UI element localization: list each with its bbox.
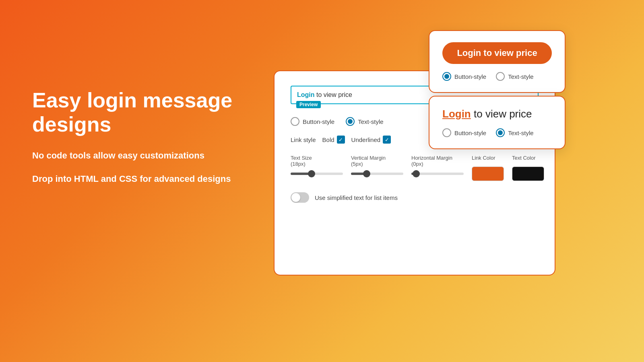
main-title: Easy login message designs bbox=[32, 88, 233, 137]
horizontal-margin-thumb[interactable] bbox=[413, 170, 420, 177]
link-color-group: Link Color bbox=[472, 155, 504, 181]
vertical-margin-track[interactable] bbox=[351, 173, 403, 175]
horizontal-margin-track[interactable] bbox=[411, 173, 464, 175]
bold-label: Bold bbox=[322, 136, 334, 143]
toggle-row: Use simplified text for list items bbox=[291, 192, 539, 203]
card-text-radio-text-selected[interactable] bbox=[496, 128, 505, 137]
card-text-style-row: Button-style Text-style bbox=[442, 128, 552, 137]
horizontal-margin-slider-group: Horizontal Margin (0px) bbox=[411, 155, 464, 175]
text-login-preview: Login to view price bbox=[442, 108, 552, 120]
vertical-margin-thumb[interactable] bbox=[363, 170, 370, 177]
text-color-label: Text Color bbox=[512, 155, 544, 161]
underlined-checkbox[interactable]: ✓ bbox=[383, 136, 391, 144]
card-button-radio-text[interactable] bbox=[496, 72, 505, 81]
card-button-style-button-label[interactable]: Button-style bbox=[442, 72, 486, 81]
text-size-label: Text Size (18px) bbox=[291, 155, 343, 167]
preview-tag: Preview bbox=[296, 101, 321, 108]
vertical-margin-label: Vertical Margin (5px) bbox=[351, 155, 403, 167]
bold-checkbox-label[interactable]: Bold ✓ bbox=[322, 136, 345, 144]
preview-login-link: Login bbox=[297, 91, 315, 98]
style-text-radio-selected[interactable] bbox=[346, 117, 355, 126]
style-text-label[interactable]: Text-style bbox=[346, 117, 383, 126]
link-style-label: Link style bbox=[291, 136, 316, 143]
sub-text-2: Drop into HTML and CSS for advanced desi… bbox=[32, 173, 233, 185]
left-section: Easy login message designs No code tools… bbox=[32, 88, 233, 197]
toggle-thumb bbox=[291, 193, 300, 202]
style-button-label[interactable]: Button-style bbox=[291, 117, 334, 126]
text-size-thumb[interactable] bbox=[308, 170, 315, 177]
underlined-checkbox-label[interactable]: Underlined ✓ bbox=[351, 136, 391, 144]
preview-card-button: Login to view price Button-style Text-st… bbox=[429, 30, 566, 93]
link-color-label: Link Color bbox=[472, 155, 504, 161]
card-text-style-text-label[interactable]: Text-style bbox=[496, 128, 533, 137]
toggle-track[interactable] bbox=[291, 192, 309, 203]
horizontal-margin-label: Horizontal Margin (0px) bbox=[411, 155, 464, 167]
text-size-track[interactable] bbox=[291, 173, 343, 175]
link-color-swatch[interactable] bbox=[472, 167, 504, 181]
card-button-style-row: Button-style Text-style bbox=[442, 72, 552, 81]
vertical-margin-slider-group: Vertical Margin (5px) bbox=[351, 155, 403, 175]
text-size-slider-group: Text Size (18px) bbox=[291, 155, 343, 175]
sliders-section: Text Size (18px) Vertical Margin (5px) H… bbox=[291, 155, 539, 181]
card-text-radio-button[interactable] bbox=[442, 128, 451, 137]
card-button-radio-selected[interactable] bbox=[442, 72, 451, 81]
text-preview-login-link: Login bbox=[442, 108, 471, 120]
login-button[interactable]: Login to view price bbox=[442, 42, 552, 64]
sub-text-1: No code tools allow easy customizations bbox=[32, 150, 233, 162]
bold-checkbox[interactable]: ✓ bbox=[337, 136, 345, 144]
card-button-style-text-label[interactable]: Text-style bbox=[496, 72, 533, 81]
style-button-radio[interactable] bbox=[291, 117, 299, 126]
toggle-label: Use simplified text for list items bbox=[315, 194, 398, 201]
text-color-swatch[interactable] bbox=[512, 167, 544, 181]
text-color-group: Text Color bbox=[512, 155, 544, 181]
preview-card-text: Login to view price Button-style Text-st… bbox=[429, 96, 566, 149]
card-text-style-button-label[interactable]: Button-style bbox=[442, 128, 486, 137]
underlined-label: Underlined bbox=[351, 136, 381, 143]
